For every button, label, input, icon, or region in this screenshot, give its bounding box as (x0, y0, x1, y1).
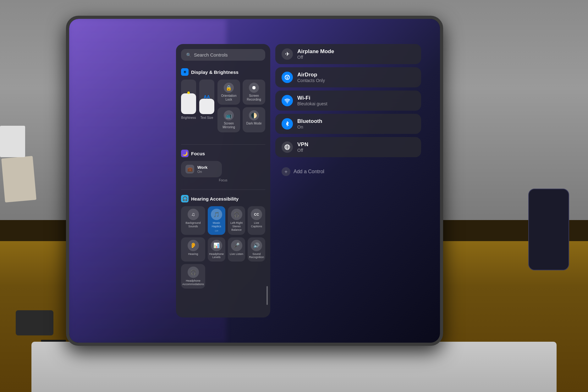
airdrop-icon (282, 72, 293, 83)
headphone-levels-label: Headphone Levels (209, 252, 224, 259)
work-focus-subtitle: On (197, 170, 207, 174)
text-size-slider[interactable]: AA (199, 80, 214, 114)
text-size-indicator: AA (204, 94, 210, 99)
music-haptics-icon: 🎵 (211, 209, 222, 220)
stereo-balance-button[interactable]: 🎧 Left-Right Stereo Balance (228, 206, 245, 235)
stereo-balance-icon: 🎧 (231, 209, 242, 220)
music-haptics-label: Music Haptics (209, 221, 224, 228)
hearing-button[interactable]: 👂 Hearing (181, 237, 205, 262)
background-sounds-button[interactable]: ♫ Background Sounds (181, 206, 205, 235)
work-focus-icon: 💼 (185, 165, 194, 174)
display-section-header: ☀ Display & Brightness (181, 66, 265, 76)
airplane-mode-title: Airplane Mode (297, 48, 334, 55)
orientation-lock-button[interactable]: 🔒 Orientation Lock (217, 80, 240, 105)
airplane-mode-icon: ✈ (282, 48, 293, 60)
svg-point-1 (286, 76, 287, 77)
wifi-button[interactable]: Wi-Fi Bleutokai guest (275, 91, 421, 111)
dark-mode-icon: 🌓 (249, 110, 259, 120)
dark-mode-label: Dark Mode (246, 122, 262, 125)
airplane-mode-text: Airplane Mode Off (297, 48, 334, 60)
sound-recognition-button[interactable]: 🔊 Sound Recognition (248, 237, 265, 262)
work-focus-button[interactable]: 💼 Work On (181, 161, 222, 177)
background-sounds-label: Background Sounds (182, 221, 204, 228)
airplane-mode-button[interactable]: ✈ Airplane Mode Off (275, 44, 421, 64)
focus-section-header: 🌙 Focus (181, 147, 265, 157)
focus-label: Focus (181, 179, 265, 182)
brightness-fill (181, 93, 196, 114)
search-controls-bar[interactable]: 🔍 Search Controls (181, 49, 265, 61)
display-section-title: Display & Brightness (191, 69, 239, 75)
vpn-title: VPN (297, 141, 308, 148)
sound-recognition-icon: 🔊 (251, 240, 262, 251)
background-sounds-icon: ♫ (188, 209, 199, 220)
stereo-balance-label: Left-Right Stereo Balance (229, 221, 244, 231)
live-listen-button[interactable]: 🎤 Live Listen (228, 237, 245, 262)
focus-section-icon: 🌙 (181, 150, 189, 157)
brightness-slider-container[interactable]: Brightness (181, 80, 196, 119)
add-control-icon: ＋ (282, 167, 290, 176)
live-captions-button[interactable]: CC Live Captions (248, 206, 265, 235)
svg-point-3 (287, 102, 288, 103)
bluetooth-subtitle: On (297, 124, 322, 130)
live-listen-icon: 🎤 (231, 240, 242, 251)
live-captions-label: Live Captions (249, 221, 264, 228)
bluetooth-text: Bluetooth On (297, 118, 322, 130)
svg-point-2 (288, 76, 289, 77)
live-captions-icon: CC (251, 209, 262, 220)
hearing-icon: 👂 (188, 240, 199, 251)
wifi-subtitle: Bleutokai guest (297, 101, 327, 106)
wifi-text: Wi-Fi Bleutokai guest (297, 95, 327, 106)
control-center-left-panel: 🔍 Search Controls ☀ Display & Brightness (176, 44, 270, 317)
notebook (1, 156, 36, 202)
screen-recording-icon: ⏺ (249, 83, 259, 93)
headphone-accommodations-button[interactable]: 🎧 Headphone Accommodations (181, 264, 205, 289)
work-focus-text: Work On (197, 165, 207, 174)
music-haptics-button[interactable]: 🎵 Music Haptics Off (208, 206, 225, 235)
orientation-lock-icon: 🔒 (224, 83, 234, 93)
brightness-label: Brightness (181, 116, 196, 119)
wifi-icon (282, 95, 293, 106)
headphone-accommodations-icon: 🎧 (188, 267, 199, 278)
text-size-fill (199, 99, 214, 114)
screen-mirroring-icon: 📺 (224, 110, 234, 120)
add-control-button[interactable]: ＋ Add a Control (275, 163, 421, 180)
hearing-grid: ♫ Background Sounds 🎵 Music Haptics Off … (181, 206, 265, 289)
airdrop-button[interactable]: AirDrop Contacts Only (275, 67, 421, 87)
screen-mirroring-button[interactable]: 📺 Screen Mirroring (217, 107, 240, 132)
hearing-label: Hearing (188, 252, 198, 256)
keyboard (31, 342, 557, 392)
bluetooth-button[interactable]: Bluetooth On (275, 114, 421, 134)
work-focus-title: Work (197, 165, 207, 170)
airplane-mode-subtitle: Off (297, 55, 334, 60)
hearing-section-header: 🎧 Hearing Accessibility (181, 192, 265, 202)
headphone-levels-icon: 📊 (211, 240, 222, 251)
control-center-right-panel: ✈ Airplane Mode Off (275, 44, 421, 317)
orientation-lock-label: Orientation Lock (221, 94, 237, 102)
airdrop-title: AirDrop (297, 72, 325, 78)
text-size-label: Text Size (201, 116, 213, 119)
focus-section: 🌙 Focus 💼 Work On Focus (181, 147, 265, 185)
display-section-icon: ☀ (181, 68, 189, 76)
control-center: 🔍 Search Controls ☀ Display & Brightness (176, 44, 421, 317)
focus-row: 💼 Work On Focus (181, 161, 265, 182)
airdrop-text: AirDrop Contacts Only (297, 72, 325, 83)
wall-outlet (0, 126, 25, 157)
ipad-device: 🔍 Search Controls ☀ Display & Brightness (66, 16, 443, 346)
divider-2 (181, 190, 265, 190)
headphone-accommodations-label: Headphone Accommodations (182, 279, 204, 286)
charger-adapter (16, 310, 53, 335)
brightness-slider[interactable] (181, 80, 196, 114)
dark-mode-button[interactable]: 🌓 Dark Mode (243, 107, 265, 132)
divider-1 (181, 144, 265, 145)
phone-case (528, 189, 569, 270)
vpn-button[interactable]: VPN Off (275, 137, 421, 157)
scroll-indicator (267, 286, 268, 305)
headphone-levels-button[interactable]: 📊 Headphone Levels (208, 237, 225, 262)
text-size-slider-container[interactable]: AA Text Size (199, 80, 214, 119)
screen-mirroring-label: Screen Mirroring (221, 122, 237, 129)
screen-recording-button[interactable]: ⏺ Screen Recording (243, 80, 265, 105)
airdrop-subtitle: Contacts Only (297, 78, 325, 83)
vpn-text: VPN Off (297, 141, 308, 153)
brightness-dot (187, 91, 190, 94)
vpn-subtitle: Off (297, 148, 308, 153)
